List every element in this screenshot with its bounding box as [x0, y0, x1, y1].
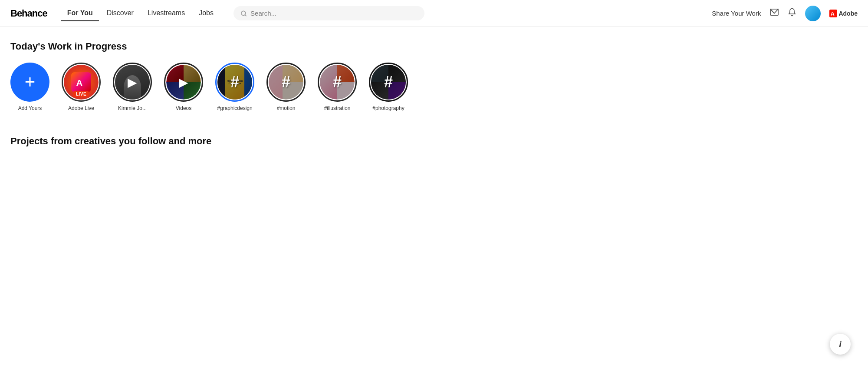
story-item-kimmie[interactable]: ▶ Kimmie Jo... [113, 63, 152, 111]
story-item-add-yours[interactable]: + Add Yours [10, 63, 49, 111]
svg-text:A: A [831, 10, 835, 17]
add-yours-circle: + [10, 63, 49, 102]
story-item-videos[interactable]: ▶ Videos [164, 63, 203, 111]
hash-photography: # [384, 73, 393, 91]
story-label-videos: Videos [176, 105, 191, 111]
kimmie-circle: ▶ [113, 63, 152, 102]
hash-graphicdesign: # [230, 73, 239, 91]
plus-icon: + [25, 73, 36, 91]
stories-title: Today's Work in Progress [10, 41, 858, 52]
live-badge: LIVE [73, 91, 89, 97]
adobe-logo: A Adobe [829, 10, 858, 17]
kimmie-inner: ▶ [115, 65, 150, 100]
story-label-add-yours: Add Yours [18, 105, 42, 111]
mail-icon[interactable] [769, 8, 779, 18]
nav-link-foryou[interactable]: For You [61, 6, 99, 21]
graphicdesign-inner: ПеропасменПолупоки # [217, 65, 252, 100]
videos-play-icon: ▶ [179, 75, 188, 90]
bell-icon[interactable] [788, 7, 796, 19]
navbar: Behance For You Discover Livestreams Job… [0, 0, 868, 27]
logo[interactable]: Behance [10, 8, 47, 19]
svg-line-1 [245, 14, 246, 16]
graphicdesign-circle: ПеропасменПолупоки # [215, 63, 254, 102]
story-label-adobe-live: Adobe Live [68, 105, 94, 111]
play-icon: ▶ [128, 75, 137, 90]
stories-section: Today's Work in Progress + Add Yours A [10, 41, 858, 115]
avatar[interactable] [805, 6, 821, 21]
main-content: Today's Work in Progress + Add Yours A [0, 27, 868, 157]
motion-circle: # [266, 63, 306, 102]
story-label-photography: #photography [372, 105, 404, 111]
story-item-photography[interactable]: # #photography [369, 63, 408, 111]
search-icon [240, 10, 247, 17]
story-strip: + Add Yours A LIVE [10, 63, 858, 115]
hash-illustration: # [333, 73, 342, 91]
story-item-adobe-live[interactable]: A LIVE Adobe Live [62, 63, 101, 111]
search-bar [233, 6, 424, 20]
motion-inner: # [269, 65, 303, 100]
nav-link-livestreams[interactable]: Livestreams [141, 6, 191, 21]
story-label-graphicdesign: #graphicdesign [217, 105, 252, 111]
story-item-motion[interactable]: # #motion [266, 63, 306, 111]
videos-circle: ▶ [164, 63, 203, 102]
illustration-inner: # [320, 65, 355, 100]
search-input[interactable] [250, 10, 418, 17]
adobe-label: Adobe [838, 10, 858, 17]
illustration-circle: # [318, 63, 357, 102]
videos-play-overlay: ▶ [167, 65, 201, 99]
story-label-illustration: #illustration [324, 105, 351, 111]
story-item-illustration[interactable]: # #illustration [318, 63, 357, 111]
story-label-motion: #motion [277, 105, 296, 111]
svg-text:A: A [76, 78, 82, 88]
photography-circle: # [369, 63, 408, 102]
nav-right: Share Your Work A Adobe [712, 6, 858, 21]
play-overlay: ▶ [115, 65, 150, 100]
nav-link-discover[interactable]: Discover [101, 6, 140, 21]
share-work-button[interactable]: Share Your Work [712, 10, 761, 17]
photography-inner: # [371, 65, 406, 100]
projects-section: Projects from creatives you follow and m… [10, 136, 858, 157]
nav-links: For You Discover Livestreams Jobs [61, 6, 220, 21]
hash-motion: # [282, 73, 290, 91]
story-label-kimmie: Kimmie Jo... [118, 105, 147, 111]
adobe-live-inner: A LIVE [64, 65, 99, 100]
story-item-graphicdesign[interactable]: ПеропасменПолупоки # #graphicdesign [215, 63, 254, 111]
adobe-live-circle: A LIVE [62, 63, 101, 102]
nav-link-jobs[interactable]: Jobs [193, 6, 220, 21]
projects-title: Projects from creatives you follow and m… [10, 136, 858, 147]
